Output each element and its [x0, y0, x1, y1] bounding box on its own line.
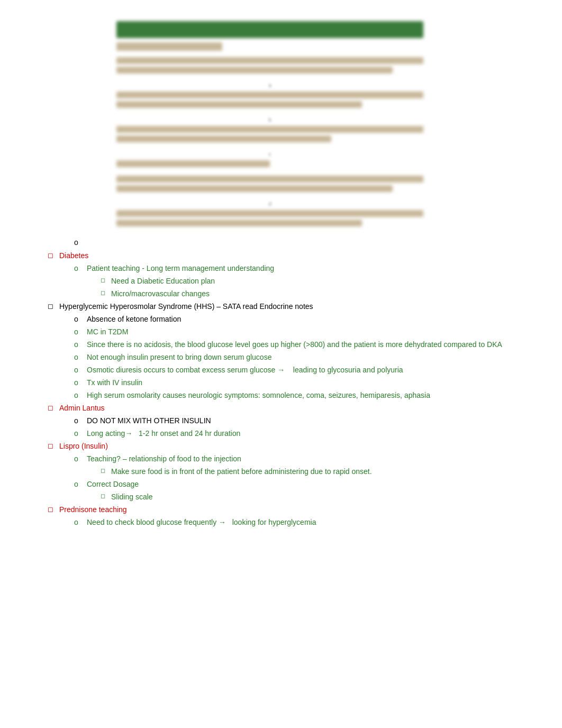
lispro-text: Lispro (Insulin): [59, 441, 108, 452]
blurred-block-5: [116, 176, 423, 192]
admin-lantus-text: Admin Lantus: [59, 403, 105, 414]
blurred-label-b: b: [116, 116, 423, 123]
hhs-mc-item: o MC in T2DM: [74, 326, 530, 338]
hhs-mc-text: MC in T2DM: [87, 326, 128, 338]
hhs-acidosis-text: Since there is no acidosis, the blood gl…: [87, 339, 502, 350]
long-acting-item: o Long acting→ 1-2 hr onset and 24 hr du…: [74, 428, 530, 439]
hhs-item: ◻ Hyperglycemic Hyperosmolar Syndrome (H…: [48, 301, 530, 312]
hhs-neuro-text: High serum osmolarity causes neurologic …: [87, 390, 430, 401]
prednisone-item: ◻ Prednisone teaching: [48, 504, 530, 515]
bullet-o: o: [74, 314, 87, 325]
blurred-line: [116, 185, 393, 192]
bullet-o: o: [74, 352, 87, 363]
blurred-block-3: [116, 126, 423, 142]
bullet-o: o: [74, 517, 87, 528]
diabetes-section: ◻ Diabetes o Patient teaching - Long ter…: [32, 250, 530, 299]
blurred-section: a b c d: [116, 21, 423, 226]
blurred-block-2: [116, 92, 423, 108]
blurred-block-1: [116, 57, 423, 74]
blurred-header: [116, 21, 423, 38]
blurred-line: [116, 67, 393, 74]
bullet-o: o: [74, 365, 87, 376]
sliding-scale-item: ◻ Sliding scale: [101, 492, 530, 503]
prednisone-section: ◻ Prednisone teaching o Need to check bl…: [32, 504, 530, 528]
main-bullet: ◻: [48, 301, 59, 312]
hhs-text: Hyperglycemic Hyperosmolar Syndrome (HHS…: [59, 301, 313, 312]
admin-lantus-section: ◻ Admin Lantus o DO NOT MIX WITH OTHER I…: [32, 403, 530, 439]
long-acting-text: Long acting→ 1-2 hr onset and 24 hr dura…: [87, 428, 240, 439]
blurred-line: [116, 57, 423, 64]
bullet-o: o: [74, 390, 87, 401]
blurred-label-c: c: [116, 151, 423, 157]
sub-bullet: ◻: [101, 276, 111, 285]
bullet-o: o: [74, 326, 87, 338]
correct-dosage-text: Correct Dosage: [87, 479, 139, 490]
teaching-item: o Teaching? – relationship of food to th…: [74, 453, 530, 465]
no-mix-item: o DO NOT MIX WITH OTHER INSULIN: [74, 415, 530, 426]
diabetes-label: Diabetes: [59, 250, 88, 261]
diabetic-edu-text: Need a Diabetic Education plan: [111, 276, 215, 287]
main-bullet: ◻: [48, 403, 59, 413]
food-text: Make sure food is in front of the patien…: [111, 466, 372, 477]
diabetic-edu-item: ◻ Need a Diabetic Education plan: [101, 276, 530, 287]
lispro-item: ◻ Lispro (Insulin): [48, 441, 530, 452]
sub-bullet: ◻: [101, 466, 111, 475]
blurred-line: [116, 135, 331, 142]
hhs-ketone-text: Absence of ketone formation: [87, 314, 181, 325]
diabetes-teaching-text: Patient teaching - Long term management …: [87, 263, 274, 274]
blurred-label-a: a: [116, 82, 423, 88]
hhs-section: ◻ Hyperglycemic Hyperosmolar Syndrome (H…: [32, 301, 530, 401]
blurred-line: [116, 176, 423, 183]
main-bullet: ◻: [48, 250, 59, 261]
bullet-o: o: [74, 428, 87, 439]
blurred-line: [116, 160, 270, 167]
micro-macro-text: Micro/macrovascular changes: [111, 288, 210, 299]
admin-lantus-item: ◻ Admin Lantus: [48, 403, 530, 414]
page-container: a b c d o ◻ Diabetes: [0, 11, 562, 540]
food-item: ◻ Make sure food is in front of the pati…: [101, 466, 530, 477]
correct-dosage-item: o Correct Dosage: [74, 479, 530, 490]
sub-bullet: ◻: [101, 492, 111, 501]
main-bullet: ◻: [48, 441, 59, 451]
hhs-osmotic-item: o Osmotic diuresis occurs to combat exce…: [74, 365, 530, 376]
blurred-line: [116, 210, 423, 217]
bullet-o: o: [74, 415, 87, 426]
blurred-label-d: d: [116, 201, 423, 207]
hhs-insulin-item: o Not enough insulin present to bring do…: [74, 352, 530, 363]
teaching-text: Teaching? – relationship of food to the …: [87, 453, 241, 465]
blurred-line: [116, 126, 423, 133]
hhs-tx-item: o Tx with IV insulin: [74, 377, 530, 388]
blurred-line: [116, 101, 362, 108]
bullet-o: o: [74, 263, 87, 274]
bullet-o: o: [74, 453, 87, 465]
no-mix-text: DO NOT MIX WITH OTHER INSULIN: [87, 415, 211, 426]
hhs-tx-text: Tx with IV insulin: [87, 377, 142, 388]
diabetes-item: ◻ Diabetes: [48, 250, 530, 261]
sliding-scale-text: Sliding scale: [111, 492, 153, 503]
standalone-o: o: [74, 237, 530, 248]
blood-glucose-item: o Need to check blood glucose frequently…: [74, 517, 530, 528]
blurred-subheader: [116, 42, 222, 51]
blood-glucose-text: Need to check blood glucose frequently →…: [87, 517, 316, 528]
bullet-o: o: [74, 339, 87, 350]
micro-macro-item: ◻ Micro/macrovascular changes: [101, 288, 530, 299]
blurred-block-6: [116, 210, 423, 226]
blurred-line: [116, 220, 362, 226]
sub-bullet: ◻: [101, 288, 111, 297]
hhs-neuro-item: o High serum osmolarity causes neurologi…: [74, 390, 530, 401]
blurred-line: [116, 92, 423, 98]
diabetes-teaching-item: o Patient teaching - Long term managemen…: [74, 263, 530, 274]
bullet-o: o: [74, 377, 87, 388]
bullet-o: o: [74, 237, 87, 248]
blurred-block-4: [116, 160, 423, 167]
hhs-ketone-item: o Absence of ketone formation: [74, 314, 530, 325]
hhs-acidosis-item: o Since there is no acidosis, the blood …: [74, 339, 530, 350]
lispro-section: ◻ Lispro (Insulin) o Teaching? – relatio…: [32, 441, 530, 503]
bullet-o: o: [74, 479, 87, 490]
main-bullet: ◻: [48, 504, 59, 515]
hhs-osmotic-text: Osmotic diuresis occurs to combat excess…: [87, 365, 403, 376]
prednisone-text: Prednisone teaching: [59, 504, 127, 515]
hhs-insulin-text: Not enough insulin present to bring down…: [87, 352, 271, 363]
